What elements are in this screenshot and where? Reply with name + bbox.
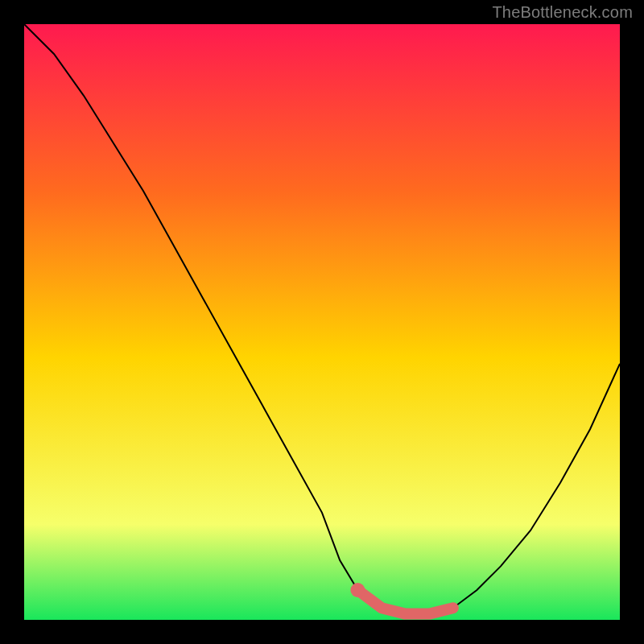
- watermark-text: TheBottleneck.com: [492, 3, 633, 22]
- accent-start-dot: [350, 583, 365, 597]
- bottleneck-chart: [24, 24, 620, 620]
